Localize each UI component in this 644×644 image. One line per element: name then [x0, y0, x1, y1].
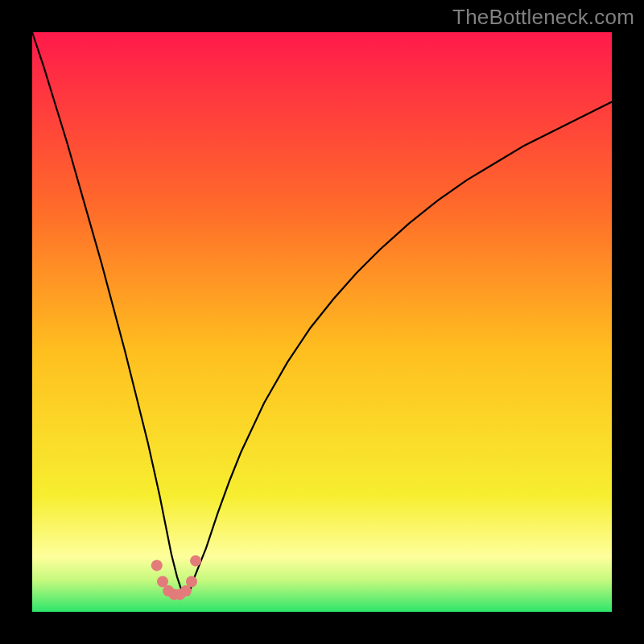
curve-marker: [186, 576, 197, 588]
curve-marker: [151, 559, 163, 571]
bottleneck-curve-plot: [0, 0, 644, 644]
plot-background: [32, 32, 612, 612]
curve-marker: [180, 585, 192, 597]
chart-container: TheBottleneck.com: [0, 0, 644, 644]
curve-marker: [157, 576, 168, 588]
watermark-text: TheBottleneck.com: [452, 5, 634, 30]
curve-marker: [190, 555, 201, 567]
